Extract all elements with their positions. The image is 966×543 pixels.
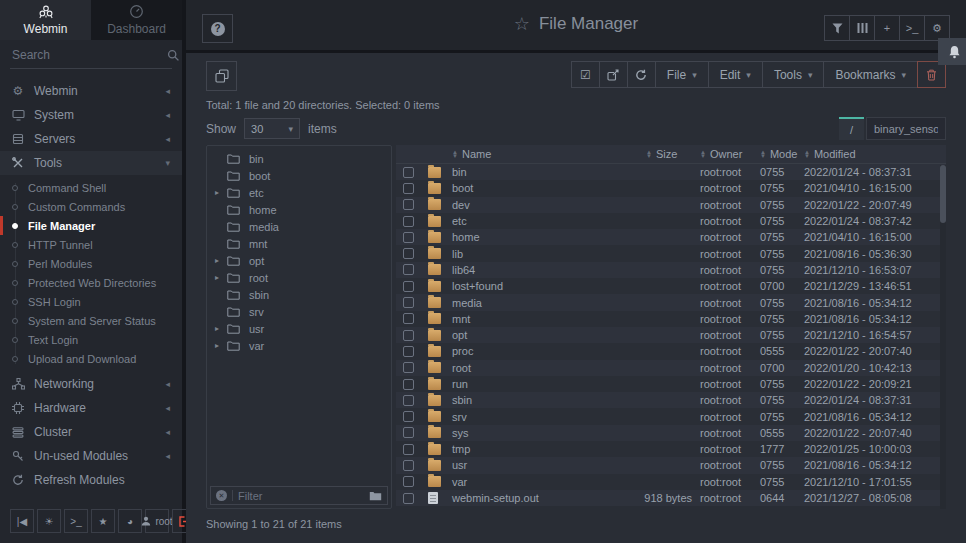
favorites-button[interactable]: ★: [91, 509, 115, 533]
tree-item[interactable]: ▸ usr: [207, 320, 391, 337]
row-checkbox[interactable]: [403, 427, 414, 438]
table-row[interactable]: home root:root 0755 2021/04/10 - 16:15:0…: [396, 229, 946, 245]
sidebar-subitem[interactable]: HTTP Tunnel: [0, 235, 182, 254]
sidebar-item-unused-modules[interactable]: Un-used Modules ◂: [0, 444, 182, 468]
table-row[interactable]: proc root:root 0555 2022/01/22 - 20:07:4…: [396, 343, 946, 359]
row-checkbox[interactable]: [403, 362, 414, 373]
file-menu[interactable]: File▾: [655, 61, 709, 88]
user-button[interactable]: root: [145, 509, 169, 533]
sidebar-item-networking[interactable]: Networking ◂: [0, 372, 182, 396]
sort-icon[interactable]: ▲▼: [700, 150, 706, 158]
expand-caret-icon[interactable]: ▸: [215, 188, 227, 197]
table-scrollbar[interactable]: [940, 165, 946, 509]
tree-item[interactable]: ▸ etc: [207, 184, 391, 201]
file-name[interactable]: lib64: [452, 264, 612, 276]
file-name[interactable]: bin: [452, 166, 612, 178]
sidebar-subitem[interactable]: System and Server Status: [0, 311, 182, 330]
tree-item[interactable]: bin: [207, 150, 391, 167]
sidebar-item-refresh-modules[interactable]: Refresh Modules: [0, 468, 182, 492]
table-row[interactable]: webmin-setup.out 918 bytes root:root 064…: [396, 490, 946, 506]
table-row[interactable]: bin root:root 0755 2022/01/24 - 08:37:31: [396, 164, 946, 180]
search-input[interactable]: [12, 48, 167, 62]
tools-menu[interactable]: Tools▾: [762, 61, 825, 88]
row-checkbox[interactable]: [403, 476, 414, 487]
favorite-star-icon[interactable]: ☆: [514, 13, 530, 35]
file-name[interactable]: run: [452, 378, 612, 390]
tree-item[interactable]: mnt: [207, 235, 391, 252]
tab-dashboard[interactable]: Dashboard: [91, 0, 182, 40]
edit-menu[interactable]: Edit▾: [708, 61, 763, 88]
table-row[interactable]: lib root:root 0755 2021/08/16 - 05:36:30: [396, 245, 946, 261]
column-header-name[interactable]: ▲▼ Name: [452, 148, 612, 160]
language-button[interactable]: ◕: [118, 509, 142, 533]
file-name[interactable]: mnt: [452, 313, 612, 325]
tree-item[interactable]: srv: [207, 303, 391, 320]
file-name[interactable]: boot: [452, 182, 612, 194]
row-checkbox[interactable]: [403, 167, 414, 178]
file-name[interactable]: root: [452, 362, 612, 374]
sort-icon[interactable]: ▲▼: [804, 150, 810, 158]
columns-button[interactable]: [849, 15, 875, 41]
row-checkbox[interactable]: [403, 199, 414, 210]
file-name[interactable]: lost+found: [452, 280, 612, 292]
export-button[interactable]: [599, 61, 628, 88]
column-header-size[interactable]: ▲▼ Size: [612, 148, 700, 160]
table-row[interactable]: root root:root 0700 2022/01/20 - 10:42:1…: [396, 360, 946, 376]
clear-filter-icon[interactable]: ✕: [216, 490, 227, 501]
scrollbar-thumb[interactable]: [940, 165, 946, 223]
filter-input[interactable]: [238, 490, 364, 502]
tree-item[interactable]: sbin: [207, 286, 391, 303]
sidebar-item-tools[interactable]: Tools ▾: [0, 151, 182, 175]
sidebar-subitem[interactable]: Text Login: [0, 330, 182, 349]
theme-toggle-button[interactable]: ☀: [37, 509, 61, 533]
add-tab-button[interactable]: +: [874, 15, 900, 41]
tree-item[interactable]: home: [207, 201, 391, 218]
collapse-sidebar-button[interactable]: |◀: [10, 509, 34, 533]
row-checkbox[interactable]: [403, 232, 414, 243]
file-name[interactable]: opt: [452, 329, 612, 341]
row-checkbox[interactable]: [403, 183, 414, 194]
sidebar-item-system[interactable]: System ◂: [0, 103, 182, 127]
column-header-owner[interactable]: ▲▼ Owner: [700, 148, 760, 160]
file-name[interactable]: lib: [452, 248, 612, 260]
select-all-button[interactable]: ☑: [571, 61, 600, 88]
delete-button[interactable]: [917, 61, 946, 88]
sidebar-subitem[interactable]: Custom Commands: [0, 197, 182, 216]
filter-button[interactable]: [824, 15, 850, 41]
file-name[interactable]: proc: [452, 345, 612, 357]
expand-caret-icon[interactable]: ▸: [215, 273, 227, 282]
expand-caret-icon[interactable]: ▸: [215, 341, 227, 350]
sidebar-subitem[interactable]: Command Shell: [0, 178, 182, 197]
table-row[interactable]: lib64 root:root 0755 2021/12/10 - 16:53:…: [396, 262, 946, 278]
table-row[interactable]: tmp root:root 1777 2022/01/25 - 10:00:03: [396, 441, 946, 457]
tree-item[interactable]: ▸ opt: [207, 252, 391, 269]
row-checkbox[interactable]: [403, 444, 414, 455]
tree-item[interactable]: boot: [207, 167, 391, 184]
table-row[interactable]: var root:root 0755 2021/12/10 - 17:01:55: [396, 474, 946, 490]
root-path-button[interactable]: /: [839, 117, 864, 140]
show-count-select[interactable]: 30 ▾: [244, 118, 300, 139]
row-checkbox[interactable]: [403, 493, 414, 504]
sidebar-item-servers[interactable]: Servers ◂: [0, 127, 182, 151]
row-checkbox[interactable]: [403, 281, 414, 292]
folder-select-icon[interactable]: [369, 491, 382, 501]
sort-icon[interactable]: ▲▼: [760, 150, 766, 158]
file-name[interactable]: dev: [452, 199, 612, 211]
sort-icon[interactable]: ▲▼: [452, 150, 458, 158]
table-row[interactable]: usr root:root 0755 2021/08/16 - 05:34:12: [396, 457, 946, 473]
file-name[interactable]: media: [452, 297, 612, 309]
sidebar-subitem[interactable]: Protected Web Directories: [0, 273, 182, 292]
file-name[interactable]: webmin-setup.out: [452, 492, 612, 504]
row-checkbox[interactable]: [403, 411, 414, 422]
file-name[interactable]: sys: [452, 427, 612, 439]
table-row[interactable]: opt root:root 0755 2021/12/10 - 16:54:57: [396, 327, 946, 343]
notifications-button[interactable]: [938, 38, 966, 65]
file-name[interactable]: home: [452, 231, 612, 243]
expand-caret-icon[interactable]: ▸: [215, 256, 227, 265]
tree-item[interactable]: media: [207, 218, 391, 235]
paste-buffer-button[interactable]: [206, 61, 237, 91]
table-row[interactable]: dev root:root 0755 2022/01/22 - 20:07:49: [396, 197, 946, 213]
sidebar-item-cluster[interactable]: Cluster ◂: [0, 420, 182, 444]
column-header-mode[interactable]: ▲▼ Mode: [760, 148, 804, 160]
row-checkbox[interactable]: [403, 395, 414, 406]
